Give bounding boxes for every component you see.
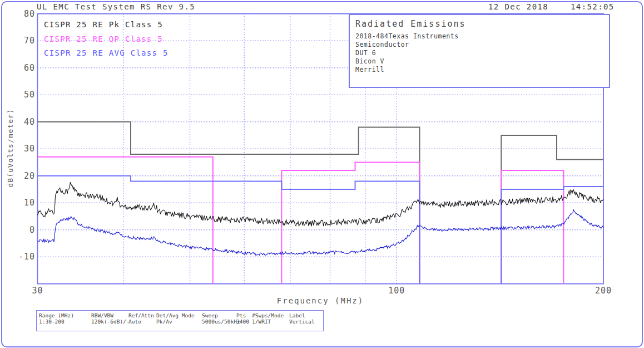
y-tick-label: 30 [11,144,35,154]
test-info-line: 2018-484Texas Instruments [355,32,609,40]
settings-col-range-mhz-: Range (MHz)1:30-200 [39,312,74,325]
y-tick-label: 20 [11,171,35,181]
x-tick-label: 200 [595,286,612,296]
settings-col-ref-attn: Ref/AttnAuto [128,312,154,325]
legend-item-qp: CISPR 25 RE QP Class 5 [44,35,163,43]
legend-item-avg: CISPR 25 RE AVG Class 5 [44,48,169,57]
y-tick-label: 40 [11,117,35,127]
cispr-25-re-pk-class-5-limit-line [501,135,603,284]
test-info-line: Merrill [355,66,609,73]
y-tick-label: 0 [11,225,35,235]
legend-item-pk: CISPR 25 RE Pk Class 5 [44,20,163,29]
y-tick-label: 10 [11,198,35,208]
settings-col-pts: Pts3400 [236,312,249,325]
cispr-25-re-avg-class-5-limit-line [38,176,420,284]
cispr-25-re-pk-class-5-limit-line [38,122,420,284]
emc-test-system-screen: UL EMC Test System RS Rev 9.5 12 Dec 201… [0,0,644,348]
average-measurement-trace [38,210,604,255]
settings-col--swps-mode: #Swps/Mode1/WRIT [252,312,284,325]
test-info-title: Radiated Emissions [355,19,609,29]
sweep-settings-table: Range (MHz)1:30-200RBW/VBW120k(-6dB)/-Re… [36,310,324,331]
y-tick-label: 80 [11,9,35,19]
y-tick-label: 50 [11,90,35,100]
settings-col-det-avg-mode: Det/Avg ModePk/Av [156,312,195,325]
settings-col-label: LabelVertical [289,312,315,325]
x-axis-title: Frequency (MHz) [277,296,364,305]
test-info-line: Semiconductor [355,41,609,48]
y-tick-label: 60 [11,63,35,73]
settings-col-sweep: Sweep5000us/50kHz [202,312,240,325]
settings-col-rbw-vbw: RBW/VBW120k(-6dB)/- [91,312,130,325]
test-info-line: Bicon V [355,57,609,65]
test-info-line: DUT 6 [355,49,609,57]
x-tick-label: 30 [32,286,43,296]
y-tick-label: -10 [11,252,35,262]
x-tick-label: 100 [388,286,405,296]
test-info-box: Radiated Emissions 2018-484Texas Instrum… [349,14,610,88]
y-tick-label: 70 [11,36,35,46]
y-axis-title: dB(uVolts/meter) [6,110,14,188]
